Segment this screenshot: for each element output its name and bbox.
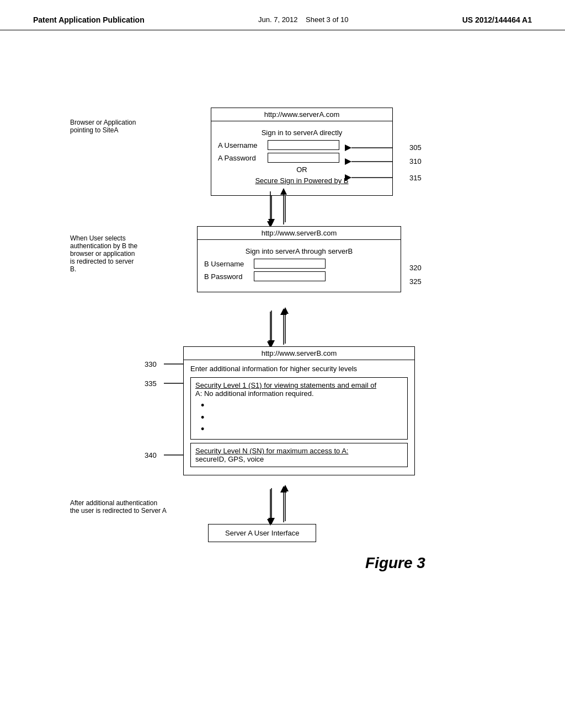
server-a-password-row: A Password	[218, 153, 386, 163]
header-patent-number: US 2012/144464 A1	[462, 15, 532, 24]
ref-315: 315	[409, 174, 422, 182]
ref-325: 325	[409, 277, 422, 286]
header-publication: Patent Application Publication	[33, 15, 145, 24]
server-b-box: http://www.serverB.com Sign into serverA…	[197, 226, 401, 292]
server-b-password-label: B Password	[204, 272, 254, 281]
server-a-sign-in-label: Sign in to serverA directly	[262, 129, 343, 137]
security-level-1-detail: A: No additional information required.	[195, 389, 403, 398]
ref-310: 310	[409, 157, 422, 165]
secure-sign-in-link: Secure Sign in Powered by B	[255, 176, 348, 185]
server-b-url: http://www.serverB.com	[198, 227, 401, 240]
bullet-1: •	[201, 400, 403, 412]
ref-330: 330	[145, 360, 157, 368]
left-label-2: When User selects authentication by B th…	[70, 234, 137, 273]
bullet-3: •	[201, 424, 403, 436]
page-header: Patent Application Publication Jun. 7, 2…	[0, 0, 565, 30]
server-a-url: http://www.serverA.com	[211, 108, 392, 121]
security-level-n-detail: secureID, GPS, voice	[195, 455, 403, 463]
left-label-1: Browser or Application pointing to SiteA	[70, 119, 136, 134]
figure-label: Figure 3	[365, 554, 425, 572]
secure-sign-in-row: Secure Sign in Powered by B	[218, 176, 386, 185]
server-a-box: http://www.serverA.com Sign in to server…	[211, 108, 393, 196]
ref-340: 340	[145, 451, 157, 459]
server-ui-box: Server A User Interface	[208, 524, 316, 542]
server-b-username-label: B Username	[204, 260, 254, 268]
server-b-password-row: B Password	[204, 271, 394, 281]
diagram-container: Browser or Application pointing to SiteA…	[34, 47, 531, 692]
ref-305: 305	[409, 143, 422, 152]
or-text: OR	[218, 165, 386, 174]
security-level-n-label: Security Level N (SN) for maximum access…	[195, 447, 403, 455]
server-b-username-row: B Username	[204, 259, 394, 269]
server-a-username-label: A Username	[218, 141, 268, 149]
server-b-username-input	[254, 259, 326, 269]
server-a-password-label: A Password	[218, 154, 268, 162]
server-b-password-input	[254, 271, 326, 281]
ref-335: 335	[145, 379, 157, 388]
server-b2-url: http://www.serverB.com	[184, 347, 414, 360]
ref-320: 320	[409, 264, 422, 272]
server-a-username-input	[268, 140, 339, 150]
server-a-password-input	[268, 153, 339, 163]
security-level-1-label: Security Level 1 (S1) for viewing statem…	[195, 381, 403, 389]
header-date-sheet: Jun. 7, 2012 Sheet 3 of 10	[258, 15, 348, 24]
server-ui-label: Server A User Interface	[225, 529, 299, 537]
security-level-1-box: Security Level 1 (S1) for viewing statem…	[190, 377, 408, 440]
server-b2-box: http://www.serverB.com Enter additional …	[183, 346, 415, 475]
security-level-n-box: Security Level N (SN) for maximum access…	[190, 443, 408, 467]
server-a-username-row: A Username	[218, 140, 386, 150]
left-label-3: After additional authentication the user…	[70, 499, 167, 515]
bullet-2: •	[201, 412, 403, 424]
server-b-sign-in-label: Sign into serverA through serverB	[246, 247, 353, 255]
enter-additional-label: Enter additional information for higher …	[190, 365, 408, 373]
